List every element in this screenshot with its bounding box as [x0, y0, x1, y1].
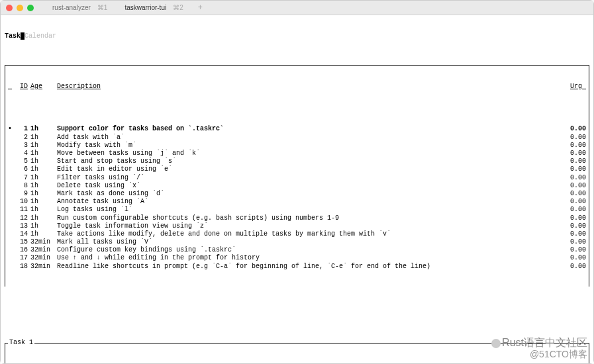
task-row[interactable]: 131hToggle task information view using `… [8, 222, 586, 230]
task-row[interactable]: 41hMove between tasks using `j` and `k`0… [8, 150, 586, 158]
row-description: Support color for tasks based on `.taskr… [57, 125, 564, 133]
row-marker [8, 238, 15, 246]
row-age: 1h [30, 174, 57, 182]
task-row[interactable]: 1532minMark all tasks using `V`0.00 [8, 238, 586, 246]
row-age: 32min [30, 263, 57, 271]
row-urgency: 0.00 [564, 174, 586, 182]
row-age: 1h [30, 125, 57, 133]
os-tab-badge: ⌘2 [173, 4, 183, 11]
task-row[interactable]: 121hRun custom configurable shortcuts (e… [8, 214, 586, 222]
row-age: 1h [30, 206, 57, 214]
row-description: Mark task as done using `d` [57, 190, 564, 198]
new-tab-button[interactable]: + [194, 3, 207, 13]
row-description: Log tasks using `l` [57, 206, 564, 214]
os-tab-label: taskwarrior-tui [124, 4, 166, 11]
row-description: Start and stop tasks using `s` [57, 158, 564, 165]
row-age: 32min [30, 254, 57, 262]
row-marker: • [8, 125, 15, 133]
row-urgency: 0.00 [564, 222, 586, 230]
row-urgency: 0.00 [564, 190, 586, 198]
task-row[interactable]: 1632minConfigure custom key bindings usi… [8, 246, 586, 254]
row-marker [8, 246, 15, 254]
task-row[interactable]: 51hStart and stop tasks using `s`0.00 [8, 158, 586, 165]
tui-tab-calendar[interactable]: Calendar [25, 32, 56, 40]
row-description: Delete task using `x` [57, 182, 564, 190]
row-description: Run custom configurable shortcuts (e.g. … [57, 214, 564, 222]
row-description: Edit task in editor using `e` [57, 165, 564, 173]
col-id: ID [15, 83, 30, 91]
row-description: Add task with `a` [57, 134, 564, 142]
row-urgency: 0.00 [564, 263, 586, 271]
row-urgency: 0.00 [564, 246, 586, 254]
row-description: Annotate task using `A` [57, 198, 564, 206]
row-id: 17 [15, 254, 30, 262]
app-window: rust-analyzer ⌘1 taskwarrior-tui ⌘2 + Ta… [0, 0, 594, 364]
tui-tabs: TaskCalendar [5, 32, 589, 40]
task-row[interactable]: 81hDelete task using `x`0.00 [8, 182, 586, 190]
row-description: Filter tasks using `/` [57, 174, 564, 182]
col-age: Age [30, 83, 57, 91]
row-id: 12 [15, 214, 30, 222]
task-row[interactable]: 1732minUse ↑ and ↓ while editing in the … [8, 254, 586, 262]
row-age: 1h [30, 158, 57, 165]
row-age: 32min [30, 238, 57, 246]
row-marker [8, 182, 15, 190]
row-urgency: 0.00 [564, 230, 586, 238]
row-id: 7 [15, 174, 30, 182]
task-row[interactable]: 61hEdit task in editor using `e`0.00 [8, 165, 586, 173]
col-urgency: Urg [564, 83, 586, 91]
task-row[interactable]: 111hLog tasks using `l`0.00 [8, 206, 586, 214]
row-marker [8, 134, 15, 142]
row-description: Mark all tasks using `V` [57, 238, 564, 246]
row-id: 1 [15, 125, 30, 133]
titlebar: rust-analyzer ⌘1 taskwarrior-tui ⌘2 + [1, 1, 593, 15]
row-id: 5 [15, 158, 30, 165]
watermark: Rust语言中文社区 @51CTO博客 [491, 336, 587, 360]
row-id: 2 [15, 134, 30, 142]
os-tab-badge: ⌘1 [97, 4, 108, 11]
row-age: 1h [30, 214, 57, 222]
minimize-icon[interactable] [17, 5, 23, 11]
row-urgency: 0.00 [564, 254, 586, 262]
task-rows: •11hSupport color for tasks based on `.t… [8, 125, 586, 270]
maximize-icon[interactable] [27, 5, 34, 11]
row-age: 1h [30, 230, 57, 238]
task-row[interactable]: 141hTake actions like modify, delete and… [8, 230, 586, 238]
traffic-lights [6, 5, 34, 11]
task-row[interactable]: •11hSupport color for tasks based on `.t… [8, 125, 586, 133]
row-marker [8, 198, 15, 206]
row-id: 14 [15, 230, 30, 238]
terminal-area: TaskCalendar ID Age Description Urg •11h… [1, 15, 593, 363]
close-icon[interactable] [6, 5, 13, 11]
os-tab-rust-analyzer[interactable]: rust-analyzer ⌘1 [46, 3, 114, 13]
task-row[interactable]: 31hModify task with `m`0.00 [8, 142, 586, 150]
row-marker [8, 214, 15, 222]
row-marker [8, 165, 15, 173]
row-description: Use ↑ and ↓ while editing in the prompt … [57, 254, 564, 262]
row-id: 15 [15, 238, 30, 246]
row-id: 4 [15, 150, 30, 158]
row-urgency: 0.00 [564, 165, 586, 173]
row-age: 1h [30, 190, 57, 198]
task-row[interactable]: 101hAnnotate task using `A`0.00 [8, 198, 586, 206]
os-tab-taskwarrior[interactable]: taskwarrior-tui ⌘2 [118, 3, 189, 13]
row-description: Take actions like modify, delete and don… [57, 230, 564, 238]
row-urgency: 0.00 [564, 238, 586, 246]
row-age: 1h [30, 142, 57, 150]
tui-tab-task[interactable]: Task [5, 32, 21, 40]
task-row[interactable]: 21hAdd task with `a`0.00 [8, 134, 586, 142]
row-marker [8, 174, 15, 182]
row-urgency: 0.00 [564, 182, 586, 190]
row-marker [8, 254, 15, 262]
row-urgency: 0.00 [564, 142, 586, 150]
task-row[interactable]: 91hMark task as done using `d`0.00 [8, 190, 586, 198]
task-row[interactable]: 71hFilter tasks using `/`0.00 [8, 174, 586, 182]
row-id: 3 [15, 142, 30, 150]
row-id: 11 [15, 206, 30, 214]
row-marker [8, 230, 15, 238]
row-marker [8, 190, 15, 198]
row-description: Modify task with `m` [57, 142, 564, 150]
task-row[interactable]: 1832minReadline like shortcuts in prompt… [8, 263, 586, 271]
row-urgency: 0.00 [564, 206, 586, 214]
task-list-panel: ID Age Description Urg •11hSupport color… [5, 65, 589, 287]
